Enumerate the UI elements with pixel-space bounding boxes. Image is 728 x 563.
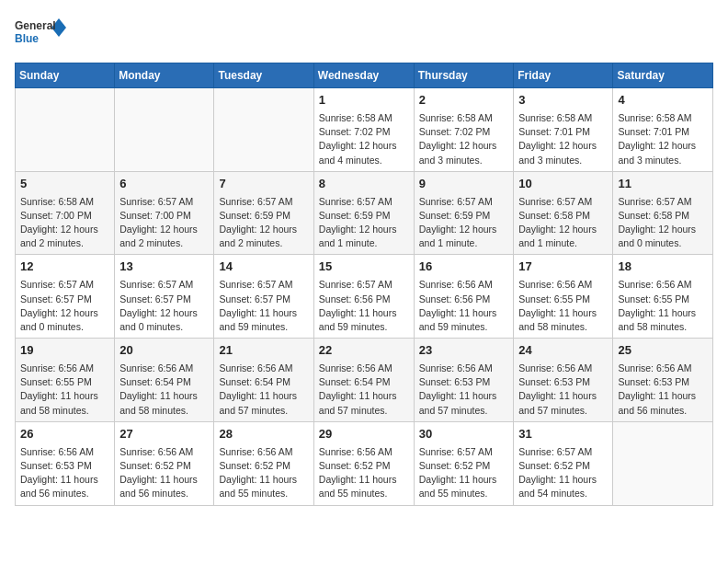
day-number: 5 (20, 176, 109, 193)
weekday-header: Friday (514, 63, 613, 88)
calendar-cell (214, 88, 313, 172)
calendar-cell: 25Sunrise: 6:56 AM Sunset: 6:53 PM Dayli… (613, 339, 713, 422)
day-number: 20 (119, 342, 209, 360)
day-number: 23 (419, 342, 509, 360)
day-info: Sunrise: 6:57 AM Sunset: 6:57 PM Dayligh… (119, 278, 209, 334)
calendar-cell: 5Sunrise: 6:58 AM Sunset: 7:00 PM Daylig… (16, 171, 115, 255)
calendar-cell: 10Sunrise: 6:57 AM Sunset: 6:58 PM Dayli… (514, 171, 613, 255)
calendar-cell: 22Sunrise: 6:56 AM Sunset: 6:54 PM Dayli… (313, 339, 414, 422)
calendar-cell: 19Sunrise: 6:56 AM Sunset: 6:55 PM Dayli… (16, 339, 115, 422)
calendar-table: SundayMondayTuesdayWednesdayThursdayFrid… (15, 63, 713, 506)
day-info: Sunrise: 6:58 AM Sunset: 7:02 PM Dayligh… (419, 111, 509, 167)
day-number: 30 (419, 426, 509, 443)
calendar-cell: 17Sunrise: 6:56 AM Sunset: 6:55 PM Dayli… (514, 255, 613, 339)
day-number: 12 (20, 259, 109, 276)
day-number: 15 (319, 259, 409, 276)
calendar-cell: 24Sunrise: 6:56 AM Sunset: 6:53 PM Dayli… (514, 339, 613, 422)
day-number: 21 (219, 342, 308, 360)
day-info: Sunrise: 6:57 AM Sunset: 6:52 PM Dayligh… (518, 445, 608, 501)
day-info: Sunrise: 6:56 AM Sunset: 6:54 PM Dayligh… (219, 362, 308, 418)
weekday-header: Tuesday (214, 63, 313, 88)
day-number: 7 (219, 176, 308, 193)
calendar-week-row: 5Sunrise: 6:58 AM Sunset: 7:00 PM Daylig… (16, 171, 713, 255)
day-info: Sunrise: 6:58 AM Sunset: 7:01 PM Dayligh… (518, 111, 608, 167)
day-number: 11 (618, 176, 708, 193)
weekday-header: Sunday (16, 63, 115, 88)
calendar-cell: 26Sunrise: 6:56 AM Sunset: 6:53 PM Dayli… (16, 421, 115, 505)
svg-text:Blue: Blue (15, 32, 39, 45)
day-number: 16 (419, 259, 509, 276)
day-info: Sunrise: 6:57 AM Sunset: 6:59 PM Dayligh… (219, 195, 308, 251)
weekday-header: Monday (115, 63, 214, 88)
day-number: 26 (20, 426, 109, 443)
day-info: Sunrise: 6:56 AM Sunset: 6:53 PM Dayligh… (618, 362, 708, 418)
svg-text:General: General (15, 19, 56, 32)
calendar-cell: 7Sunrise: 6:57 AM Sunset: 6:59 PM Daylig… (214, 171, 313, 255)
day-number: 19 (20, 342, 109, 360)
day-info: Sunrise: 6:56 AM Sunset: 6:54 PM Dayligh… (319, 362, 409, 418)
weekday-header: Thursday (414, 63, 514, 88)
day-number: 1 (319, 92, 409, 109)
calendar-week-row: 1Sunrise: 6:58 AM Sunset: 7:02 PM Daylig… (16, 88, 713, 172)
calendar-cell (16, 88, 115, 172)
calendar-week-row: 26Sunrise: 6:56 AM Sunset: 6:53 PM Dayli… (16, 421, 713, 505)
day-number: 8 (319, 176, 409, 193)
day-number: 13 (119, 259, 209, 276)
day-info: Sunrise: 6:56 AM Sunset: 6:55 PM Dayligh… (618, 278, 708, 334)
logo: GeneralBlue (15, 15, 70, 52)
calendar-cell: 12Sunrise: 6:57 AM Sunset: 6:57 PM Dayli… (16, 255, 115, 339)
day-number: 24 (518, 342, 608, 360)
day-info: Sunrise: 6:58 AM Sunset: 7:02 PM Dayligh… (319, 111, 409, 167)
weekday-header-row: SundayMondayTuesdayWednesdayThursdayFrid… (16, 63, 713, 88)
day-info: Sunrise: 6:57 AM Sunset: 6:57 PM Dayligh… (219, 278, 308, 334)
calendar-week-row: 19Sunrise: 6:56 AM Sunset: 6:55 PM Dayli… (16, 339, 713, 422)
day-info: Sunrise: 6:56 AM Sunset: 6:53 PM Dayligh… (518, 362, 608, 418)
day-info: Sunrise: 6:56 AM Sunset: 6:52 PM Dayligh… (219, 445, 308, 501)
calendar-cell: 15Sunrise: 6:57 AM Sunset: 6:56 PM Dayli… (313, 255, 414, 339)
calendar-cell: 23Sunrise: 6:56 AM Sunset: 6:53 PM Dayli… (414, 339, 514, 422)
calendar-cell (613, 421, 713, 505)
calendar-cell (115, 88, 214, 172)
calendar-cell: 4Sunrise: 6:58 AM Sunset: 7:01 PM Daylig… (613, 88, 713, 172)
day-info: Sunrise: 6:57 AM Sunset: 6:59 PM Dayligh… (419, 195, 509, 251)
day-number: 14 (219, 259, 308, 276)
calendar-week-row: 12Sunrise: 6:57 AM Sunset: 6:57 PM Dayli… (16, 255, 713, 339)
calendar-body: 1Sunrise: 6:58 AM Sunset: 7:02 PM Daylig… (16, 88, 713, 506)
day-number: 27 (119, 426, 209, 443)
day-info: Sunrise: 6:56 AM Sunset: 6:55 PM Dayligh… (518, 278, 608, 334)
calendar-cell: 6Sunrise: 6:57 AM Sunset: 7:00 PM Daylig… (115, 171, 214, 255)
calendar-cell: 16Sunrise: 6:56 AM Sunset: 6:56 PM Dayli… (414, 255, 514, 339)
weekday-header: Saturday (613, 63, 713, 88)
calendar-cell: 9Sunrise: 6:57 AM Sunset: 6:59 PM Daylig… (414, 171, 514, 255)
day-info: Sunrise: 6:57 AM Sunset: 6:58 PM Dayligh… (618, 195, 708, 251)
day-number: 28 (219, 426, 308, 443)
day-info: Sunrise: 6:57 AM Sunset: 6:52 PM Dayligh… (419, 445, 509, 501)
calendar-cell: 30Sunrise: 6:57 AM Sunset: 6:52 PM Dayli… (414, 421, 514, 505)
calendar-cell: 14Sunrise: 6:57 AM Sunset: 6:57 PM Dayli… (214, 255, 313, 339)
day-number: 3 (518, 92, 608, 109)
day-info: Sunrise: 6:58 AM Sunset: 7:00 PM Dayligh… (20, 195, 109, 251)
day-info: Sunrise: 6:58 AM Sunset: 7:01 PM Dayligh… (618, 111, 708, 167)
day-number: 18 (618, 259, 708, 276)
calendar-cell: 1Sunrise: 6:58 AM Sunset: 7:02 PM Daylig… (313, 88, 414, 172)
day-info: Sunrise: 6:56 AM Sunset: 6:52 PM Dayligh… (119, 445, 209, 501)
day-number: 9 (419, 176, 509, 193)
calendar-cell: 11Sunrise: 6:57 AM Sunset: 6:58 PM Dayli… (613, 171, 713, 255)
calendar-cell: 13Sunrise: 6:57 AM Sunset: 6:57 PM Dayli… (115, 255, 214, 339)
day-number: 29 (319, 426, 409, 443)
day-number: 4 (618, 92, 708, 109)
calendar-cell: 2Sunrise: 6:58 AM Sunset: 7:02 PM Daylig… (414, 88, 514, 172)
day-info: Sunrise: 6:57 AM Sunset: 7:00 PM Dayligh… (119, 195, 209, 251)
day-info: Sunrise: 6:56 AM Sunset: 6:56 PM Dayligh… (419, 278, 509, 334)
day-info: Sunrise: 6:57 AM Sunset: 6:59 PM Dayligh… (319, 195, 409, 251)
day-info: Sunrise: 6:56 AM Sunset: 6:55 PM Dayligh… (20, 362, 109, 418)
day-info: Sunrise: 6:57 AM Sunset: 6:56 PM Dayligh… (319, 278, 409, 334)
day-number: 22 (319, 342, 409, 360)
calendar-cell: 8Sunrise: 6:57 AM Sunset: 6:59 PM Daylig… (313, 171, 414, 255)
day-number: 10 (518, 176, 608, 193)
calendar-cell: 18Sunrise: 6:56 AM Sunset: 6:55 PM Dayli… (613, 255, 713, 339)
page-header: GeneralBlue (15, 15, 713, 52)
day-number: 6 (119, 176, 209, 193)
day-number: 2 (419, 92, 509, 109)
day-info: Sunrise: 6:56 AM Sunset: 6:52 PM Dayligh… (319, 445, 409, 501)
